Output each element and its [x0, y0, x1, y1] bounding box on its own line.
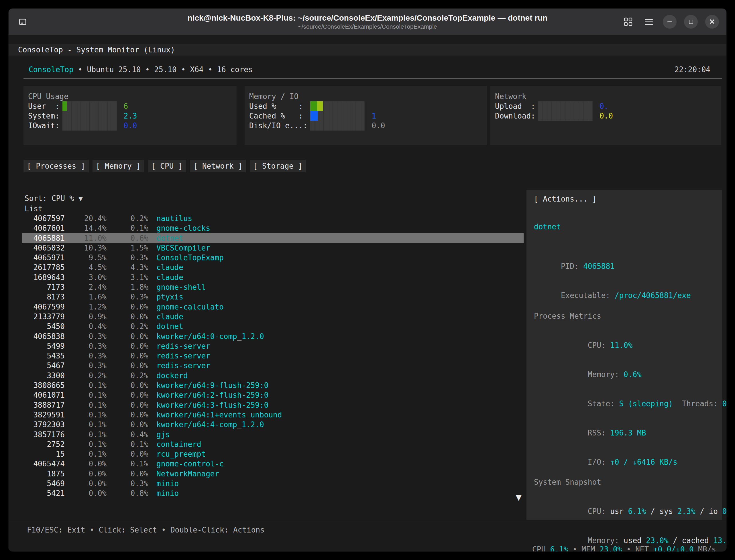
close-button[interactable]: [705, 15, 719, 29]
table-row[interactable]: 4061071 0.1% 0.0% kworker/u64:2-flush-25…: [22, 390, 524, 400]
text-segment: sys: [659, 507, 677, 516]
view-tab[interactable]: [ Memory ]: [92, 160, 144, 172]
terminal-window: nick@nick-NucBox-K8-Plus: ~/source/Conso…: [9, 9, 726, 551]
table-row[interactable]: 5450 0.4% 0.2% dotnet: [22, 322, 524, 331]
table-row[interactable]: 3300 0.2% 0.2% dockerd: [22, 371, 524, 380]
tab-overview-button[interactable]: [622, 15, 635, 28]
table-row[interactable]: 5469 0.0% 0.3% minio: [22, 479, 524, 488]
cell-mem: 0.2%: [107, 322, 148, 331]
gauge-value: 0.: [600, 101, 608, 111]
text-segment: •: [622, 545, 635, 551]
table-row[interactable]: 1875 0.0% 0.0% NetworkManager: [22, 469, 524, 479]
app-name: ConsoleTop: [29, 65, 74, 74]
table-row[interactable]: 2617785 4.5% 4.3% claude: [22, 263, 524, 272]
cell-cpu: 0.1%: [65, 390, 107, 400]
window-title-block: nick@nick-NucBox-K8-Plus: ~/source/Conso…: [138, 13, 597, 30]
cell-cpu: 0.0%: [65, 479, 107, 488]
cell-pid: 3857176: [22, 430, 65, 439]
metric-line: CPU: 11.0%: [534, 321, 722, 350]
cell-pid: 5421: [22, 488, 65, 498]
table-row[interactable]: 3808665 0.1% 0.0% kworker/u64:9-flush-25…: [22, 380, 524, 390]
table-row[interactable]: 3829591 0.1% 0.0% kworker/u64:1+events_u…: [22, 410, 524, 420]
view-tab[interactable]: [ CPU ]: [148, 160, 186, 172]
gauge-value: 0.0: [372, 121, 385, 131]
actions-button[interactable]: [ Actions... ]: [534, 193, 597, 205]
table-row[interactable]: 7173 2.4% 1.8% gnome-shell: [22, 282, 524, 292]
table-row[interactable]: 8173 1.6% 0.3% ptyxis: [22, 292, 524, 302]
table-row[interactable]: 4065838 0.3% 0.0% kworker/u64:0-comp_1.2…: [22, 332, 524, 341]
gauge-bar: [62, 111, 117, 121]
cell-mem: 0.0%: [107, 420, 148, 429]
cell-process-name: claude: [148, 273, 524, 282]
view-tab[interactable]: [ Processes ]: [23, 160, 89, 172]
new-tab-button[interactable]: [16, 15, 29, 28]
table-row[interactable]: 5467 0.3% 0.0% redis-server: [22, 361, 524, 370]
gauge-bar: [538, 111, 593, 121]
cell-pid: 4065474: [22, 459, 65, 469]
cell-pid: 8173: [22, 292, 65, 302]
table-row[interactable]: 5421 0.0% 0.8% minio: [22, 488, 524, 498]
text-segment: Threads:: [673, 399, 722, 408]
app-header: ConsoleTop • Ubuntu 25.10 • 25.10 • X64 …: [29, 65, 710, 74]
sort-control[interactable]: Sort: CPU % ▼: [25, 194, 83, 203]
minimize-button[interactable]: [663, 15, 677, 29]
cell-mem: 0.0%: [107, 302, 148, 312]
list-label: List: [25, 204, 43, 214]
header-divider: [23, 78, 722, 79]
maximize-icon: [689, 20, 693, 24]
cell-process-name: gjs: [148, 430, 524, 439]
gauge-bar: [62, 121, 117, 131]
table-row[interactable]: 5499 0.3% 0.0% redis-server: [22, 341, 524, 351]
gauge-fill: [317, 101, 323, 111]
close-icon: [710, 19, 715, 24]
table-row[interactable]: 2752 0.1% 0.1% containerd: [22, 439, 524, 449]
text-segment: cached: [682, 536, 714, 545]
cell-pid: 1689643: [22, 273, 65, 282]
cell-mem: 0.0%: [107, 410, 148, 420]
table-row[interactable]: 1689643 3.0% 3.1% claude: [22, 273, 524, 282]
cell-process-name: NetworkManager: [148, 469, 524, 479]
table-row[interactable]: 4067597 20.4% 0.2% nautilus: [22, 214, 524, 223]
table-row[interactable]: 5435 0.3% 0.0% redis-server: [22, 351, 524, 361]
table-row[interactable]: 4067601 14.4% 0.1% gnome-clocks: [22, 223, 524, 233]
gauge-row: Upload : 0.: [495, 101, 721, 111]
panel-title: Network: [495, 92, 721, 101]
gauge-row: Cached % : 1: [249, 111, 487, 121]
table-row[interactable]: 15 0.1% 0.0% rcu_preempt: [22, 449, 524, 459]
text-segment: ↑0.0/↓0.0: [653, 545, 694, 551]
text-segment: NET: [635, 545, 653, 551]
cell-mem: 0.8%: [107, 488, 148, 498]
cell-mem: 0.1%: [107, 223, 148, 233]
menu-button[interactable]: [642, 15, 655, 28]
cpu-usage-panel: CPU Usage User : 6 System: 2.3 IOwait: 0…: [23, 86, 236, 145]
text-segment: 11.0%: [610, 341, 633, 350]
table-row[interactable]: 4065971 9.5% 0.3% ConsoleTopExamp: [22, 253, 524, 263]
cell-mem: 3.1%: [107, 273, 148, 282]
cell-cpu: 1.6%: [65, 292, 107, 302]
scroll-down-indicator[interactable]: ▼: [516, 492, 522, 502]
metrics-section-title: Process Metrics: [534, 311, 722, 321]
cell-process-name: kworker/u64:1+events_unbound: [148, 410, 524, 420]
text-segment: State:: [588, 399, 619, 408]
gauge-row: Disk/IO e...: 0.0: [249, 121, 487, 131]
table-row[interactable]: 2133779 0.9% 0.0% claude: [22, 312, 524, 322]
table-row[interactable]: 4065032 10.3% 1.5% VBCSCompiler: [22, 243, 524, 253]
cell-process-name: kworker/u64:3-flush-259:0: [148, 400, 524, 410]
table-row[interactable]: 4065474 0.0% 0.1% gnome-control-c: [22, 459, 524, 469]
gauge-bar: [62, 101, 117, 111]
cell-process-name: containerd: [148, 439, 524, 449]
view-tab[interactable]: [ Storage ]: [250, 160, 306, 172]
view-tab[interactable]: [ Network ]: [190, 160, 246, 172]
table-row[interactable]: 4067599 1.2% 0.0% gnome-calculato: [22, 302, 524, 312]
cell-mem: 0.0%: [107, 332, 148, 341]
maximize-button[interactable]: [684, 15, 698, 29]
text-segment: 0.0%: [722, 507, 726, 516]
cell-pid: 3792303: [22, 420, 65, 429]
table-row[interactable]: 3888717 0.1% 0.0% kworker/u64:3-flush-25…: [22, 400, 524, 410]
gauge-label: Disk/IO e...:: [249, 121, 307, 131]
table-row[interactable]: 3792303 0.1% 0.0% kworker/u64:4-comp_1.2…: [22, 420, 524, 429]
cell-pid: 4065838: [22, 332, 65, 341]
cell-mem: 0.3%: [107, 479, 148, 488]
table-row[interactable]: 3857176 0.1% 0.4% gjs: [22, 430, 524, 439]
table-row[interactable]: 4065881 11.0% 0.6% dotnet: [22, 233, 524, 243]
